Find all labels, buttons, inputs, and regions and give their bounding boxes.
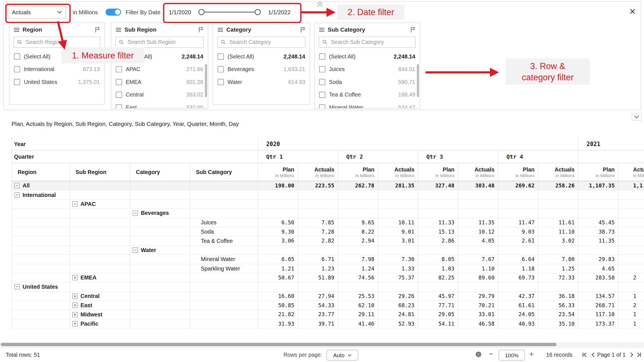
filter-by-date-toggle[interactable] <box>106 9 121 16</box>
expand-toggle[interactable]: − <box>14 192 20 198</box>
expand-toggle[interactable]: + <box>72 312 78 317</box>
filter-item[interactable]: East532.60 <box>111 101 208 108</box>
expand-toggle[interactable]: − <box>133 211 138 216</box>
quarter-row-label: Quarter <box>11 151 258 163</box>
value-cell: 29.11 <box>338 310 378 319</box>
value-cell: 45.97 <box>418 292 458 301</box>
date-end-value[interactable]: 1/1/2022 <box>268 9 291 16</box>
filter-item[interactable]: (Select All)2,248.14 <box>315 50 420 63</box>
filter-item[interactable]: Water614.93 <box>213 76 310 88</box>
checkbox[interactable] <box>319 79 325 85</box>
row-label: Beverages <box>141 210 169 216</box>
rows-per-page-select[interactable]: Auto <box>326 350 358 360</box>
filter-item[interactable]: Soda590.71 <box>315 76 420 88</box>
checkbox[interactable] <box>116 104 122 109</box>
expand-toggle[interactable]: − <box>14 183 20 188</box>
row-label: Sparkling Water <box>201 265 240 272</box>
search-box[interactable] <box>217 37 306 48</box>
filter-item[interactable]: EMEA601.28 <box>111 76 208 88</box>
checkbox[interactable] <box>319 66 325 72</box>
date-slider-handle-end[interactable] <box>255 9 261 15</box>
card-scrollbar[interactable] <box>205 64 207 97</box>
checkbox[interactable] <box>218 66 224 72</box>
next-page-icon[interactable] <box>629 352 635 358</box>
filter-item[interactable]: United States1,375.01 <box>10 76 104 88</box>
checkbox[interactable] <box>14 53 20 60</box>
value-cell <box>298 200 338 209</box>
checkbox[interactable] <box>116 66 122 72</box>
expand-table-chevron[interactable] <box>632 114 641 121</box>
filter-item[interactable]: APAC271.86 <box>111 63 208 76</box>
gear-icon[interactable] <box>475 351 482 358</box>
search-input[interactable] <box>25 39 96 46</box>
checkbox[interactable] <box>319 92 325 98</box>
zoom-in-button[interactable]: + <box>529 350 534 358</box>
checkbox[interactable] <box>218 53 224 60</box>
previous-page-icon[interactable] <box>590 352 596 358</box>
horizontal-scrollbar[interactable] <box>0 342 644 347</box>
flag-icon[interactable] <box>198 27 203 33</box>
horizontal-scrollbar-thumb[interactable] <box>1 343 557 346</box>
value-cell: 38.73 <box>578 227 618 237</box>
filter-item[interactable]: International873.13 <box>10 63 104 76</box>
collapse-filters-icon[interactable] <box>317 2 323 8</box>
value-cell: 29.05 <box>418 310 458 319</box>
zoom-out-button[interactable]: − <box>489 349 493 358</box>
menu-icon[interactable] <box>218 27 223 32</box>
menu-icon[interactable] <box>116 27 121 32</box>
expand-toggle[interactable]: − <box>72 201 78 207</box>
search-input[interactable] <box>229 39 302 46</box>
close-button[interactable]: × <box>626 5 639 18</box>
last-page-icon[interactable] <box>636 352 642 358</box>
expand-toggle[interactable]: − <box>14 284 20 290</box>
flag-icon[interactable] <box>95 27 100 33</box>
flag-icon[interactable] <box>300 27 305 33</box>
column-header-sub-region: Sub Region <box>70 163 130 181</box>
card-scrollbar[interactable] <box>417 64 419 97</box>
expand-toggle[interactable]: + <box>72 275 78 280</box>
checkbox[interactable] <box>116 79 122 85</box>
zoom-level[interactable]: 100% <box>499 350 525 360</box>
expand-toggle[interactable]: + <box>72 321 78 326</box>
filter-item-value: 271.86 <box>186 66 203 72</box>
filter-item[interactable]: Tea & Coffee198.49 <box>315 88 420 101</box>
search-box[interactable] <box>115 37 204 48</box>
value-cell <box>618 218 644 227</box>
menu-icon[interactable] <box>14 27 19 32</box>
column-header-plan: Planin Millions <box>498 163 538 181</box>
date-slider-handle-start[interactable] <box>198 9 205 15</box>
filter-item[interactable]: Central263.02 <box>111 88 208 101</box>
value-cell: 51.89 <box>298 273 338 283</box>
date-slider-track[interactable] <box>201 11 260 13</box>
checkbox[interactable] <box>319 104 325 109</box>
value-cell: 3.01 <box>378 236 418 246</box>
expand-toggle[interactable]: + <box>72 303 78 308</box>
expand-toggle[interactable]: + <box>72 293 78 299</box>
expand-toggle[interactable]: − <box>133 247 138 253</box>
value-cell <box>458 200 498 209</box>
date-start-value[interactable]: 1/1/2020 <box>169 9 191 16</box>
search-box[interactable] <box>319 37 416 48</box>
checkbox[interactable] <box>319 53 325 60</box>
value-cell <box>378 191 418 200</box>
value-cell <box>458 191 498 200</box>
checkbox[interactable] <box>14 79 20 85</box>
first-page-icon[interactable] <box>582 352 588 358</box>
measure-dropdown[interactable]: Actuals <box>8 6 66 18</box>
flag-icon[interactable] <box>410 27 415 33</box>
value-cell: 75.37 <box>378 273 418 283</box>
checkbox[interactable] <box>116 92 122 98</box>
checkbox[interactable] <box>218 79 224 85</box>
value-cell: 6.64 <box>498 255 538 264</box>
filter-item[interactable]: Juices844.01 <box>315 63 420 76</box>
filter-item[interactable]: Mineral Water524.47 <box>315 101 420 108</box>
filter-item[interactable]: (Select All)2,248.14 <box>213 50 310 63</box>
value-cell <box>418 200 458 209</box>
value-cell: 82.25 <box>418 273 458 283</box>
menu-icon[interactable] <box>319 27 325 32</box>
search-input[interactable] <box>127 39 200 46</box>
search-input[interactable] <box>330 39 412 46</box>
checkbox[interactable] <box>14 66 20 72</box>
search-box[interactable] <box>13 37 100 48</box>
filter-item[interactable]: Beverages1,633.21 <box>213 63 310 76</box>
